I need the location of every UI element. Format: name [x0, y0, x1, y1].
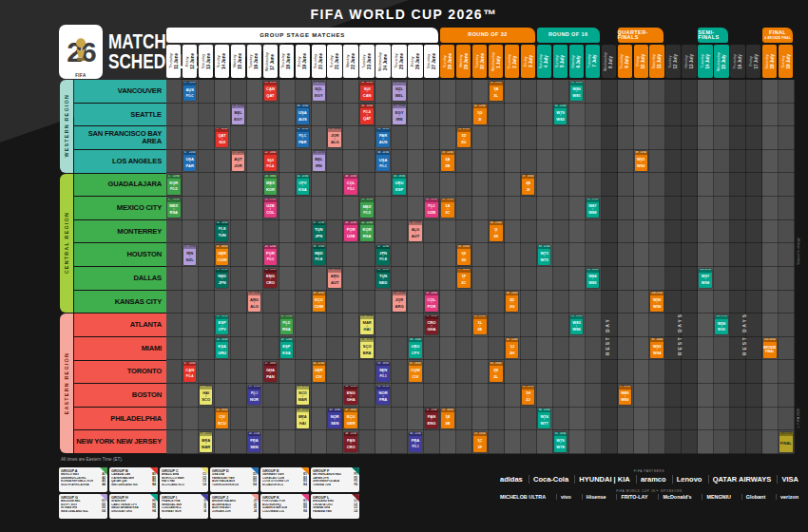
match-time: 12:00 [625, 386, 631, 389]
match-time: 12:00 [270, 82, 277, 85]
match-number: 70 [426, 293, 429, 295]
versus-mark: v [302, 185, 303, 188]
group-legend-box: GROUP FNETHERLANDS NEDF1JAPAN JPNF2UKR/S… [311, 467, 359, 492]
match-teams: TUNvJPN [313, 225, 326, 241]
match-time: 18:00 [318, 293, 325, 295]
match-cell: 1621:00BELvEGY [232, 104, 245, 124]
versus-mark: v [382, 372, 383, 375]
team-away: SEN [250, 446, 258, 449]
versus-mark: v [592, 278, 593, 281]
match-number: 25 [265, 246, 268, 249]
final-label: FINAL [780, 442, 792, 446]
badge-brand: FIFA [59, 73, 103, 78]
match-time: 15:00 [431, 293, 437, 295]
match-number: 104 [780, 433, 784, 436]
match-cell: 9415:00W83vW86 [570, 315, 584, 335]
date-header: Tuesday23 June [359, 45, 374, 78]
match-teams: AUTvJOR [232, 155, 245, 171]
city-row-label: MONTERREY [74, 220, 166, 244]
match-number: 7 [201, 386, 202, 389]
grid-column [183, 80, 199, 454]
match-teams: KSAvURU [216, 342, 229, 358]
world-cup-trophy-icon [73, 36, 89, 65]
match-teams: SUIvCAN [360, 86, 374, 102]
date-header-text: Wednesday1 July [491, 52, 501, 71]
versus-mark: v [270, 256, 271, 258]
team-name: JORDAN JOR [212, 510, 231, 514]
team-away: PO-1 [412, 446, 418, 448]
match-teams: BELvIRN [313, 155, 326, 171]
date-value: 29 June [463, 53, 469, 69]
date-value: 4 July [544, 54, 549, 68]
team-away: W92 [637, 164, 644, 168]
match-cell: 1918:00PO-1vNOR [248, 386, 261, 406]
match-teams: BRAvHAI [297, 412, 310, 428]
match-time: 18:00 [254, 386, 260, 389]
match-number: 88 [523, 386, 526, 389]
date-header-text: Wednesday24 June [378, 52, 388, 71]
match-time: 12:00 [704, 269, 711, 272]
match-number: 28 [281, 315, 284, 318]
sponsor-logo: verizon [776, 494, 802, 500]
team-away: NZL [186, 258, 194, 262]
match-number: 10 [217, 222, 220, 225]
match-time: 15:00 [302, 105, 309, 108]
team-away: 2C [461, 281, 466, 285]
match-teams: W83vW86 [570, 319, 584, 335]
date-value: 30 June [479, 53, 485, 69]
match-teams: QATvSUI [216, 132, 229, 148]
stage-banner-label: SEMI-FINALS [698, 30, 728, 41]
group-legend-box: GROUP GBELGIUM BELG1EGYPT EGYG2IR IRAN I… [59, 494, 107, 519]
match-number: 73 [442, 152, 445, 155]
team-away: FRA [379, 398, 387, 402]
team-away: CIV [413, 375, 419, 379]
date-value: 21 June [335, 53, 340, 69]
versus-mark: v [463, 139, 464, 142]
stage-banner-sf: SEMI-FINALS [698, 28, 728, 43]
match-number: 91 [555, 433, 558, 436]
date-header-text: Saturday27 June [427, 53, 436, 69]
group-color-corner [352, 467, 359, 475]
match-number: 31 [298, 128, 300, 131]
match-cell: 2318:00MEXvKOR [264, 175, 278, 195]
match-number: 89 [539, 246, 542, 249]
match-teams: SCOvMAR [297, 390, 310, 406]
match-time: 18:00 [398, 176, 405, 179]
date-value: 27 June [431, 53, 436, 69]
match-teams: 2Av2B [441, 155, 454, 171]
match-number: 1 [168, 176, 169, 179]
date-header-text: Wednesday8 July [604, 52, 613, 71]
match-time: 18:00 [335, 409, 341, 412]
match-number: 39 [314, 293, 317, 295]
date-value: 25 June [398, 53, 404, 69]
versus-mark: v [318, 302, 319, 305]
team-away: 3K [493, 235, 498, 238]
date-header-text: Saturday11 July [652, 54, 662, 68]
match-number: 58 [377, 269, 380, 272]
match-number: 49 [361, 82, 364, 85]
date-day-name: Friday [185, 53, 190, 69]
versus-mark: v [463, 278, 464, 281]
match-number: 59 [377, 363, 380, 366]
match-number: 101 [700, 269, 703, 272]
stage-banner-row: GROUP STAGE MATCHESROUND OF 32ROUND OF 1… [166, 28, 795, 44]
team-slot: K4 [303, 510, 307, 514]
match-time: 21:00 [221, 269, 228, 272]
team-name: COLOMBIA COL [262, 510, 284, 514]
team-away: CPV [412, 352, 419, 355]
match-teams: MARvHAI [360, 319, 374, 335]
match-teams: JORvARG [393, 295, 406, 312]
date-header: Wednesday15 July [714, 45, 728, 78]
match-number: 77 [458, 269, 461, 272]
match-time: 12:00 [335, 128, 341, 131]
date-header: Tuesday30 June [472, 45, 487, 78]
match-time: 21:00 [350, 433, 356, 436]
match-cell: 2512:00PORvPO-2 [264, 245, 278, 265]
versus-mark: v [205, 396, 206, 399]
match-cell: 6215:00EGYvIRN [393, 104, 406, 124]
group-legend-box: GROUP LENGLAND ENGL1CROATIA CROL2GHANA G… [311, 494, 359, 519]
team-away: JPN [315, 235, 322, 238]
match-time: 18:00 [657, 339, 664, 342]
match-teams: 1Kv3D [457, 249, 471, 265]
team-away: ECU [218, 422, 226, 426]
